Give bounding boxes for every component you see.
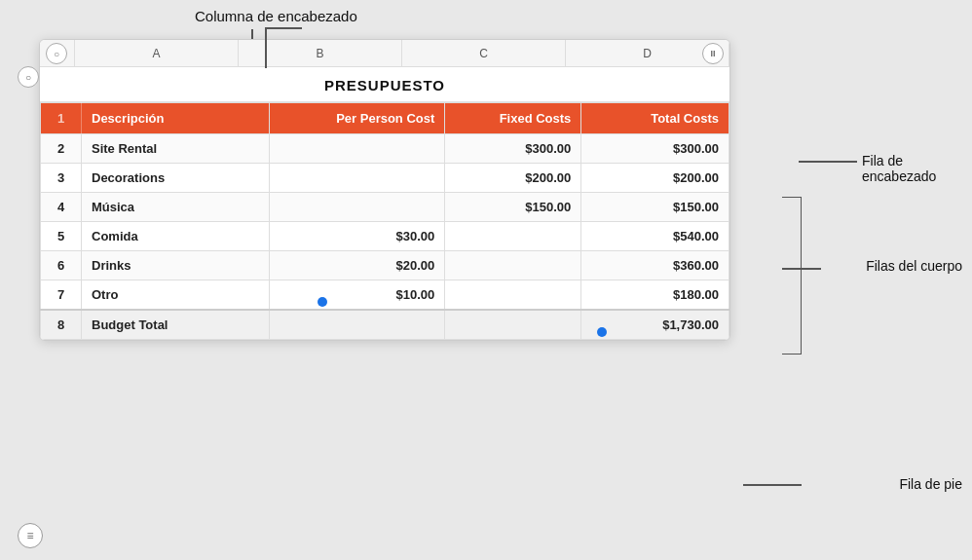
right-circle-button[interactable]: II [702,43,724,64]
body-rows-line [782,268,821,270]
left-circle-button[interactable]: ○ [46,43,67,64]
table-row: 5 Comida $30.00 $540.00 [41,222,729,251]
row-num-2: 2 [41,134,82,164]
cell-total-2[interactable]: $300.00 [581,134,729,164]
main-container: Columna de encabezado ○ A B C D II PRESU… [0,0,972,560]
header-fixed-costs: Fixed Costs [445,103,581,134]
cell-total-6[interactable]: $360.00 [581,251,729,280]
header-description: Descripción [82,103,270,134]
cell-per-person-3[interactable] [269,164,445,193]
row-num-4: 4 [41,193,82,222]
column-header-row: ○ A B C D II [40,40,729,67]
footer-fixed[interactable] [445,310,581,340]
left-side-circle-icon[interactable]: ○ [18,66,39,88]
footer-row-annotation: Fila de pie [899,476,962,492]
table-header-row: 1 Descripción Per Person Cost Fixed Cost… [41,103,729,134]
cell-desc-7[interactable]: Otro [82,280,270,311]
row-num-3: 3 [41,164,82,193]
cell-fixed-7[interactable] [445,280,581,311]
cell-total-5[interactable]: $540.00 [581,222,729,251]
col-header-b: B [239,40,402,66]
cell-total-3[interactable]: $200.00 [581,164,729,193]
cell-desc-6[interactable]: Drinks [82,251,270,280]
footer-row-line [743,484,802,486]
cell-desc-2[interactable]: Site Rental [82,134,270,164]
header-per-person-cost: Per Person Cost [269,103,445,134]
cell-fixed-4[interactable]: $150.00 [445,193,581,222]
cell-per-person-7[interactable]: $10.00 [269,280,445,311]
table-row: 7 Otro $10.00 $180.00 [41,280,729,311]
col-header-c: C [402,40,566,66]
table-row: 6 Drinks $20.00 $360.00 [41,251,729,280]
table-row: 2 Site Rental $300.00 $300.00 [41,134,729,164]
cell-desc-4[interactable]: Música [82,193,270,222]
cell-total-4[interactable]: $150.00 [581,193,729,222]
table-row: 4 Música $150.00 $150.00 [41,193,729,222]
footer-per-person[interactable] [269,310,445,340]
col-header-line-vertical [265,27,267,68]
cell-total-7[interactable]: $180.00 [581,280,729,311]
body-rows-annotation: Filas del cuerpo [866,258,962,274]
row-num-7: 7 [41,280,82,311]
cell-fixed-2[interactable]: $300.00 [445,134,581,164]
footer-description[interactable]: Budget Total [82,310,270,340]
cell-per-person-5[interactable]: $30.00 [269,222,445,251]
cell-per-person-6[interactable]: $20.00 [269,251,445,280]
data-table: 1 Descripción Per Person Cost Fixed Cost… [40,102,729,340]
body-rows-bracket [782,197,802,355]
table-title: PRESUPUESTO [40,67,729,102]
table-row: 3 Decorations $200.00 $200.00 [41,164,729,193]
spreadsheet: ○ A B C D II PRESUPUESTO 1 Descripción P… [39,39,730,341]
header-row-num: 1 [41,103,82,134]
cell-desc-3[interactable]: Decorations [82,164,270,193]
header-total-costs: Total Costs [581,103,729,134]
col-header-line-horizontal [265,27,302,29]
cell-fixed-5[interactable] [445,222,581,251]
col-header-annotation: Columna de encabezado [195,8,357,24]
cell-desc-5[interactable]: Comida [82,222,270,251]
cell-per-person-4[interactable] [269,193,445,222]
cell-fixed-6[interactable] [445,251,581,280]
row-num-6: 6 [41,251,82,280]
table-footer-row: 8 Budget Total $1,730.00 [41,310,729,340]
footer-row-num: 8 [41,310,82,340]
blue-dot-body[interactable] [318,297,327,307]
blue-dot-footer[interactable] [597,327,607,337]
cell-per-person-2[interactable] [269,134,445,164]
row-num-5: 5 [41,222,82,251]
bottom-left-circle-icon[interactable]: ≡ [18,523,43,548]
cell-fixed-3[interactable]: $200.00 [445,164,581,193]
header-row-annotation: Fila deencabezado [862,153,936,184]
col-header-a: A [75,40,239,66]
